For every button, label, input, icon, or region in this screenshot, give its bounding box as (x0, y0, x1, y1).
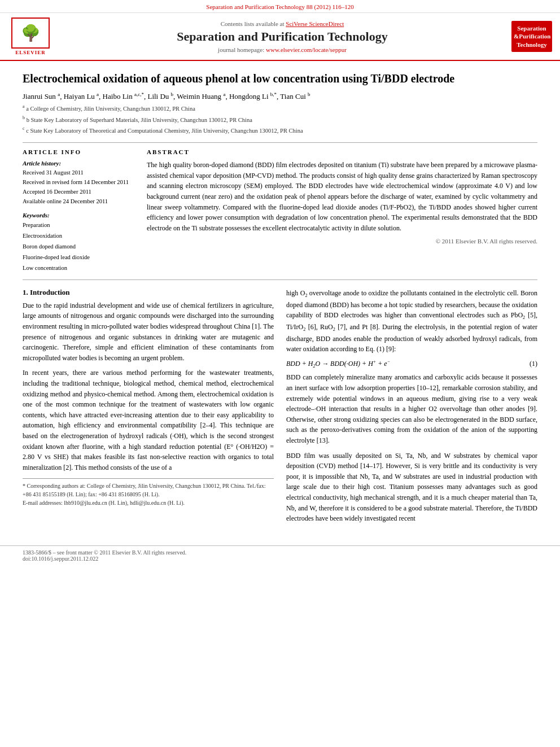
article-info-abstract-section: ARTICLE INFO Article history: Received 3… (23, 148, 537, 274)
copyright-line: © 2011 Elsevier B.V. All rights reserved… (147, 238, 537, 244)
journal-homepage: journal homepage: www.elsevier.com/locat… (59, 46, 506, 53)
main-content: Electrochemical oxidation of aqueous phe… (0, 61, 560, 540)
received-date: Received 31 August 2011 (23, 168, 135, 178)
authors-line: Jianrui Sun a, Haiyan Lu a, Haibo Lin a,… (23, 91, 537, 101)
issn-line: 1383-5866/$ – see front matter © 2011 El… (23, 549, 537, 556)
affiliations: a a College of Chemistry, Jilin Universi… (23, 103, 537, 136)
journal-header: 🌳 ELSEVIER Contents lists available at S… (0, 13, 560, 61)
keyword-1: Preparation (23, 220, 135, 231)
abstract-text: The high quality boron-doped diamond (BD… (147, 160, 537, 233)
journal-center: Contents lists available at SciVerse Sci… (53, 20, 511, 53)
section-1-heading: 1. Introduction (23, 288, 274, 297)
intro-paragraph-2: In recent years, there are various metho… (23, 368, 274, 473)
affiliation-b: b b State Key Laboratory of Superhard Ma… (23, 115, 537, 125)
keyword-5: Low concentration (23, 263, 135, 274)
footnote-bar: * Corresponding authors at: College of C… (23, 478, 274, 507)
affiliation-a: a a College of Chemistry, Jilin Universi… (23, 103, 537, 113)
equation-number: (1) (520, 360, 537, 368)
article-info-panel: ARTICLE INFO Article history: Received 3… (23, 148, 135, 274)
journal-badge: Separation &Purification Technology (511, 21, 552, 52)
badge-title-line1: Separation &Purification Technology (514, 24, 550, 49)
keyword-2: Electrooxidation (23, 231, 135, 242)
abstract-panel: ABSTRACT The high quality boron-doped di… (147, 148, 537, 274)
keyword-3: Boron doped diamond (23, 242, 135, 252)
journal-title: Separation and Purification Technology (59, 29, 506, 44)
abstract-heading: ABSTRACT (147, 148, 537, 155)
elsevier-logo: 🌳 ELSEVIER (8, 18, 53, 55)
intro-paragraph-1: Due to the rapid industrial development … (23, 300, 274, 364)
right-paragraph-1: high O2 overvoltage anode to oxidize the… (286, 288, 537, 355)
available-date: Available online 24 December 2011 (23, 197, 135, 207)
article-history-label: Article history: (23, 160, 135, 167)
equation-text: BDD + H2O → BDD(·OH) + H+ + e− (286, 359, 520, 369)
homepage-label: journal homepage: (218, 46, 266, 53)
revised-date: Received in revised form 14 December 201… (23, 178, 135, 187)
accepted-date: Accepted 16 December 2011 (23, 187, 135, 197)
body-columns: 1. Introduction Due to the rapid industr… (23, 288, 537, 528)
affiliation-c: c c State Key Laboratory of Theoretical … (23, 125, 537, 136)
doi-line: doi:10.1016/j.seppur.2011.12.022 (23, 556, 537, 562)
journal-citation-text: Separation and Purification Technology 8… (206, 3, 353, 10)
right-paragraph-2: BDD can completely mineralize many aroma… (286, 372, 537, 445)
homepage-url[interactable]: www.elsevier.com/locate/seppur (266, 46, 347, 53)
article-info-heading: ARTICLE INFO (23, 148, 135, 155)
journal-citation-bar: Separation and Purification Technology 8… (0, 0, 560, 13)
tree-icon: 🌳 (21, 24, 41, 42)
bottom-bar: 1383-5866/$ – see front matter © 2011 El… (0, 545, 560, 565)
footnote-corresponding: * Corresponding authors at: College of C… (23, 482, 274, 499)
divider-1 (23, 142, 537, 143)
right-paragraph-3: BDD film was usually deposited on Si, Ta… (286, 451, 537, 524)
article-title: Electrochemical oxidation of aqueous phe… (23, 71, 537, 86)
high-text: high (286, 289, 298, 297)
body-right-col: high O2 overvoltage anode to oxidize the… (286, 288, 537, 528)
elsevier-logo-box: 🌳 (11, 18, 50, 49)
sciverse-link[interactable]: SciVerse ScienceDirect (286, 20, 344, 27)
elsevier-label: ELSEVIER (15, 50, 46, 55)
sciverse-line: Contents lists available at SciVerse Sci… (59, 20, 506, 27)
keyword-4: Fluorine-doped lead dioxide (23, 252, 135, 263)
keywords-section: Keywords: Preparation Electrooxidation B… (23, 212, 135, 273)
equation-line: BDD + H2O → BDD(·OH) + H+ + e− (1) (286, 359, 537, 369)
keywords-label: Keywords: (23, 212, 135, 219)
footnote-email: E-mail addresses: lhb910@jlu.edu.cn (H. … (23, 499, 274, 507)
divider-2 (23, 279, 537, 280)
body-left-col: 1. Introduction Due to the rapid industr… (23, 288, 274, 528)
sciverse-prefix: Contents lists available at (221, 20, 286, 27)
